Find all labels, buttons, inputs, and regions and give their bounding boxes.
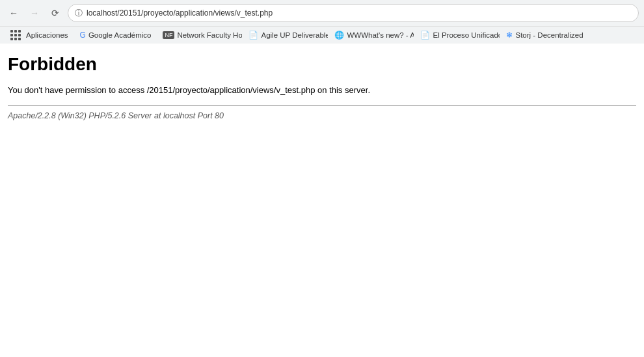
- bookmark-nf-label: Network Faculty Hom: [177, 31, 242, 39]
- bookmark-storj-label: Storj - Decentralized C: [515, 31, 585, 39]
- bookmark-ww-icon: 🌐: [334, 31, 344, 40]
- info-icon: ⓘ: [75, 8, 83, 19]
- bookmark-google-academico[interactable]: G Google Académico: [75, 29, 157, 41]
- bookmark-proceso-label: El Proceso Unificado A: [433, 31, 500, 39]
- bookmark-ww-label: WWWhat's new? - Ap: [347, 31, 414, 39]
- forward-button[interactable]: →: [26, 5, 43, 21]
- bookmark-storj-icon: ❄: [506, 31, 513, 40]
- server-info: Apache/2.2.8 (Win32) PHP/5.2.6 Server at…: [8, 111, 636, 120]
- bookmark-network-faculty[interactable]: NF Network Faculty Hom: [157, 30, 242, 40]
- bookmarks-bar: Aplicaciones G Google Académico NF Netwo…: [0, 26, 644, 44]
- bookmark-apps[interactable]: Aplicaciones: [5, 29, 74, 42]
- address-bar: ⓘ: [68, 4, 639, 22]
- divider: [8, 105, 636, 106]
- url-input[interactable]: [87, 8, 632, 18]
- bookmark-storj[interactable]: ❄ Storj - Decentralized C: [501, 29, 585, 41]
- bookmark-agile-label: Agile UP Deliverables: [261, 31, 328, 39]
- bookmark-proceso[interactable]: 📄 El Proceso Unificado A: [415, 29, 500, 41]
- nav-bar: ← → ⟳ ⓘ: [0, 0, 644, 26]
- back-button[interactable]: ←: [5, 5, 22, 21]
- apps-grid-icon: [10, 30, 21, 40]
- refresh-button[interactable]: ⟳: [47, 5, 64, 21]
- browser-window: ← → ⟳ ⓘ Aplicaciones G Google Académico …: [0, 0, 644, 131]
- forbidden-message: You don't have permission to access /201…: [8, 85, 636, 95]
- bookmark-proceso-icon: 📄: [420, 31, 430, 40]
- bookmark-agile[interactable]: 📄 Agile UP Deliverables: [243, 29, 328, 41]
- bookmark-nf-icon: NF: [163, 31, 174, 39]
- bookmark-google-icon: G: [80, 31, 86, 40]
- bookmark-wwwhats[interactable]: 🌐 WWWhat's new? - Ap: [329, 29, 414, 41]
- bookmark-google-label: Google Académico: [88, 31, 152, 39]
- page-content: Forbidden You don't have permission to a…: [0, 44, 644, 131]
- page-title: Forbidden: [8, 54, 636, 75]
- bookmark-agile-icon: 📄: [248, 31, 258, 40]
- bookmark-apps-label: Aplicaciones: [26, 31, 68, 39]
